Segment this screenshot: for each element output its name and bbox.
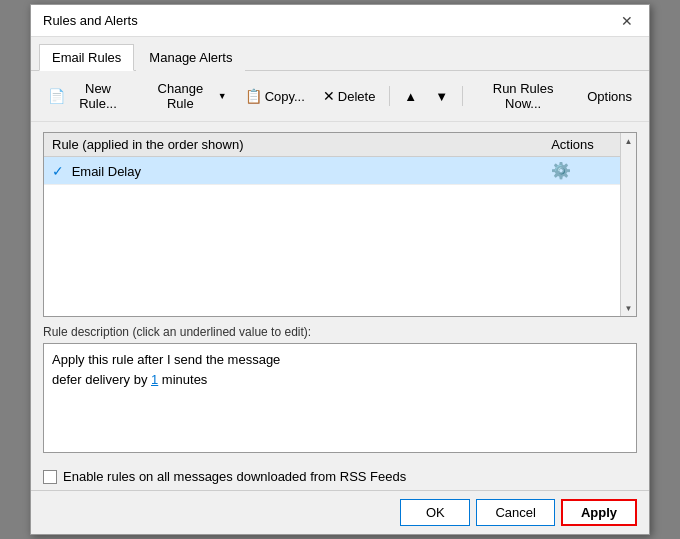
apply-button[interactable]: Apply [561,499,637,526]
title-bar: Rules and Alerts ✕ [31,5,649,37]
footer: OK Cancel Apply [31,490,649,534]
rule-cell: ✓ Email Delay [44,157,543,185]
change-rule-button[interactable]: Change Rule ▼ [139,77,234,115]
dialog-title: Rules and Alerts [43,13,138,28]
tab-manage-alerts[interactable]: Manage Alerts [136,44,245,71]
tab-bar: Email Rules Manage Alerts [31,37,649,71]
toolbar: 📄 New Rule... Change Rule ▼ 📋 Copy... ✕ … [31,71,649,122]
options-button[interactable]: Options [580,85,639,108]
table-row[interactable]: ✓ Email Delay ⚙️ [44,157,636,185]
move-up-button[interactable]: ▲ [397,85,424,108]
new-rule-icon: 📄 [48,88,65,104]
delete-button[interactable]: ✕ Delete [316,84,383,108]
delete-icon: ✕ [323,88,335,104]
rss-checkbox[interactable] [43,470,57,484]
separator-2 [462,86,463,106]
col-header-rule: Rule (applied in the order shown) [44,133,543,157]
new-rule-button[interactable]: 📄 New Rule... [41,77,135,115]
close-button[interactable]: ✕ [617,11,637,31]
rule-desc-label: Rule description (click an underlined va… [43,325,637,339]
scroll-up-button[interactable]: ▲ [621,133,637,149]
change-rule-dropdown-icon: ▼ [218,91,227,101]
rules-and-alerts-dialog: Rules and Alerts ✕ Email Rules Manage Al… [30,4,650,535]
table-header-row: Rule (applied in the order shown) Action… [44,133,636,157]
scrollbar[interactable]: ▲ ▼ [620,133,636,316]
run-rules-button[interactable]: Run Rules Now... [470,77,576,115]
rule-actions-icon: ⚙️ [551,162,571,179]
rule-desc-line1: Apply this rule after I send the message [52,350,628,370]
cancel-button[interactable]: Cancel [476,499,554,526]
copy-icon: 📋 [245,88,262,104]
copy-button[interactable]: 📋 Copy... [238,84,312,108]
rule-desc-line2: defer delivery by 1 minutes [52,370,628,390]
scroll-down-button[interactable]: ▼ [621,300,637,316]
rule-name: Email Delay [72,164,141,179]
rules-table: Rule (applied in the order shown) Action… [44,133,636,185]
move-down-button[interactable]: ▼ [428,85,455,108]
rss-row: Enable rules on all messages downloaded … [31,463,649,490]
separator-1 [389,86,390,106]
rules-table-container[interactable]: Rule (applied in the order shown) Action… [43,132,637,317]
rule-description-section: Rule description (click an underlined va… [43,325,637,453]
rule-desc-box: Apply this rule after I send the message… [43,343,637,453]
ok-button[interactable]: OK [400,499,470,526]
rss-label: Enable rules on all messages downloaded … [63,469,406,484]
tab-email-rules[interactable]: Email Rules [39,44,134,71]
rule-checked-icon: ✓ [52,163,64,179]
content-area: Rule (applied in the order shown) Action… [31,122,649,463]
